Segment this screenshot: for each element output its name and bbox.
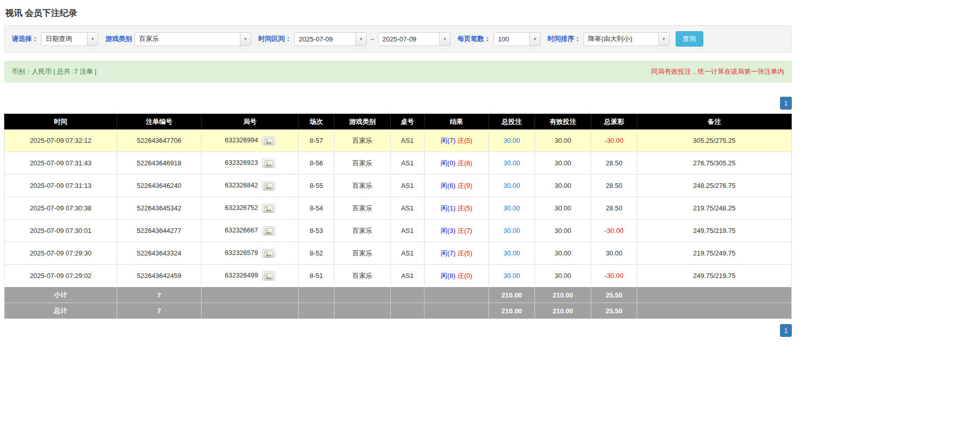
caret-down-icon[interactable]: ▼ — [240, 33, 251, 46]
cell-valid-bet: 30.00 — [535, 152, 591, 175]
result-player: 闲(1) — [441, 204, 456, 212]
caret-down-icon[interactable]: ▼ — [439, 33, 450, 46]
cell-bet-id: 522643645342 — [117, 197, 202, 220]
total-bet-link[interactable]: 30.00 — [503, 182, 520, 189]
round-media-button[interactable] — [262, 181, 275, 190]
result-banker: 庄(5) — [458, 249, 473, 257]
cell-bet-id: 522643647706 — [117, 130, 202, 152]
total-bet-link[interactable]: 30.00 — [503, 137, 520, 144]
caret-down-icon[interactable]: ▼ — [658, 33, 669, 46]
cell-game-type: 百家乐 — [335, 242, 391, 265]
per-page-input[interactable] — [494, 33, 529, 46]
cell-table-no: AS1 — [391, 175, 425, 197]
round-number: 632326579 — [225, 249, 258, 256]
summary-count: 7 — [117, 287, 202, 303]
column-header: 总投注 — [489, 114, 535, 130]
search-button[interactable]: 查询 — [676, 31, 703, 47]
game-type-label: 游戏类别 — [105, 34, 132, 44]
date-to-input[interactable] — [378, 33, 439, 46]
cell-game-type: 百家乐 — [335, 197, 391, 220]
query-type-label: 请选择： — [12, 34, 38, 44]
cell-round-id: 632326579 — [202, 242, 299, 265]
cell-bet-id: 522643643324 — [117, 242, 202, 265]
column-header: 备注 — [637, 114, 792, 130]
game-type-select[interactable]: ▼ — [135, 32, 251, 46]
cell-payout: 30.00 — [591, 242, 637, 265]
cell-session: 8-56 — [299, 152, 335, 175]
summary-label: 总计 — [5, 303, 117, 319]
column-header: 时间 — [5, 114, 117, 130]
per-page-select[interactable]: ▼ — [494, 32, 541, 46]
per-page-label: 每页笔数： — [458, 34, 491, 44]
round-media-button[interactable] — [262, 226, 275, 236]
date-range-separator: ~ — [370, 35, 374, 43]
cell-total-bet: 30.00 — [489, 175, 535, 197]
cell-game-type: 百家乐 — [335, 265, 391, 287]
cell-game-type: 百家乐 — [335, 152, 391, 175]
total-bet-link[interactable]: 30.00 — [503, 204, 520, 212]
result-player: 闲(0) — [441, 159, 456, 167]
cell-session: 8-53 — [299, 220, 335, 242]
cell-total-bet: 30.00 — [489, 152, 535, 175]
cell-note: 248.25/276.75 — [637, 175, 792, 197]
caret-down-icon[interactable]: ▼ — [87, 33, 98, 46]
caret-down-icon[interactable]: ▼ — [355, 33, 366, 46]
sort-order-input[interactable] — [584, 33, 658, 46]
date-to-select[interactable]: ▼ — [378, 32, 451, 46]
round-media-button[interactable] — [262, 136, 275, 145]
cell-session: 8-57 — [299, 130, 335, 152]
cell-game-type: 百家乐 — [335, 130, 391, 152]
round-number: 632326752 — [225, 204, 258, 211]
cell-result: 闲(6)庄(9) — [425, 175, 489, 197]
date-from-select[interactable]: ▼ — [294, 32, 367, 46]
page-1-button[interactable]: 1 — [780, 324, 792, 337]
query-type-select[interactable]: ▼ — [41, 32, 98, 46]
round-number: 632326667 — [225, 226, 258, 234]
cell-time: 2025-07-09 07:31:43 — [5, 152, 117, 175]
cell-table-no: AS1 — [391, 220, 425, 242]
cell-session: 8-51 — [299, 265, 335, 287]
cell-result: 闲(8)庄(0) — [425, 265, 489, 287]
summary-total-bet: 210.00 — [489, 303, 535, 319]
betting-records-page: 视讯 会员下注纪录 请选择： ▼ 游戏类别 ▼ 时间区间： ▼ ~ ▼ 每页笔数… — [4, 0, 792, 337]
round-media-button[interactable] — [262, 159, 275, 168]
round-number: 632326923 — [225, 159, 258, 166]
total-bet-link[interactable]: 30.00 — [503, 272, 520, 280]
cell-round-id: 632326994 — [202, 130, 299, 152]
page-1-button[interactable]: 1 — [780, 97, 792, 110]
cell-note: 249.75/219.75 — [637, 220, 792, 242]
cell-bet-id: 522643644277 — [117, 220, 202, 242]
sort-order-select[interactable]: ▼ — [584, 32, 670, 46]
caret-down-icon[interactable]: ▼ — [529, 33, 540, 46]
column-header: 结果 — [425, 114, 489, 130]
summary-row: 小计7210.00210.0025.50 — [5, 287, 792, 303]
game-type-input[interactable] — [135, 33, 240, 46]
cell-time: 2025-07-09 07:30:38 — [5, 197, 117, 220]
cell-time: 2025-07-09 07:32:12 — [5, 130, 117, 152]
total-bet-link[interactable]: 30.00 — [503, 249, 520, 257]
total-bet-link[interactable]: 30.00 — [503, 159, 520, 167]
photo-icon — [264, 228, 273, 235]
date-from-input[interactable] — [295, 33, 355, 46]
summary-payout: 25.50 — [591, 303, 637, 319]
round-media-button[interactable] — [262, 249, 275, 258]
cell-table-no: AS1 — [391, 242, 425, 265]
photo-icon — [264, 183, 273, 190]
column-header: 场次 — [299, 114, 335, 130]
cell-table-no: AS1 — [391, 130, 425, 152]
result-player: 闲(7) — [441, 137, 456, 144]
cell-result: 闲(7)庄(5) — [425, 130, 489, 152]
bet-row: 2025-07-09 07:29:02522643642459632326499… — [5, 265, 792, 287]
total-bet-link[interactable]: 30.00 — [503, 227, 520, 234]
round-media-button[interactable] — [262, 204, 275, 213]
cell-session: 8-52 — [299, 242, 335, 265]
round-number: 632326499 — [225, 271, 258, 279]
summary-row: 总计7210.00210.0025.50 — [5, 303, 792, 319]
photo-icon — [264, 205, 273, 212]
column-header: 游戏类别 — [335, 114, 391, 130]
query-type-input[interactable] — [41, 33, 87, 46]
cell-payout: -30.00 — [591, 220, 637, 242]
column-header: 桌号 — [391, 114, 425, 130]
sort-order-label: 时间排序： — [548, 34, 581, 44]
round-media-button[interactable] — [262, 271, 275, 281]
